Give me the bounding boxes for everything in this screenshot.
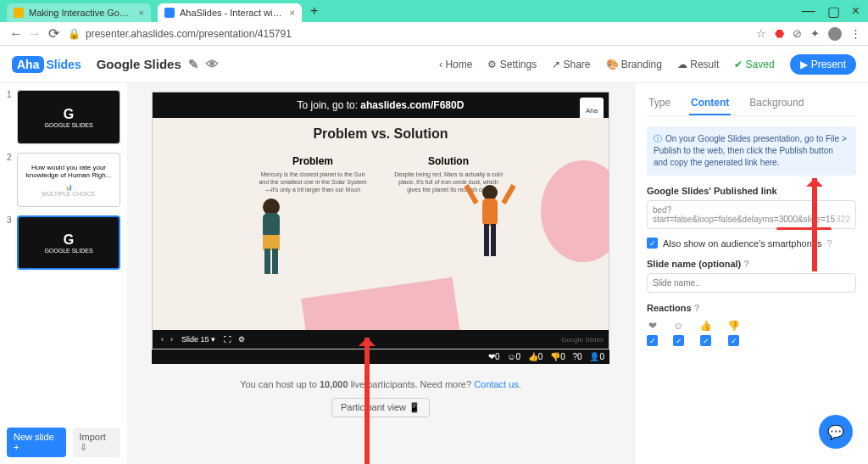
slide-title: Problem vs. Solution [153,126,609,142]
thumbnail-selected[interactable]: 3 G GOOGLE SLIDES [7,215,120,270]
browser-tab-active[interactable]: AhaSlides - Interact with your au × [158,3,302,22]
tab-background[interactable]: Background [748,92,805,115]
also-show-checkbox[interactable]: ✓ [647,238,658,249]
close-icon[interactable]: × [290,8,295,18]
reload-button[interactable]: ⟳ [44,25,63,42]
help-icon[interactable]: ? [826,238,832,249]
browser-tab[interactable]: Making Interactive Google Slides × [7,3,151,22]
extensions-icon[interactable]: ✦ [810,27,820,40]
thumb-caption: GOOGLE SLIDES [44,122,92,128]
next-slide-icon[interactable]: › [170,335,173,344]
thumbnail[interactable]: 2 How would you rate your knowledge of H… [7,153,120,207]
reaction-toggle[interactable]: ✓ [700,335,711,346]
info-callout: ⓘOn your Google Slides presentation, go … [647,126,856,176]
gear-icon[interactable]: ⚙ [238,335,245,344]
new-slide-button[interactable]: New slide + [7,428,66,457]
reaction-bar: ❤ 0 ☺ 0 👍 0 👎 0 ? 0 👤 0 [152,349,609,364]
tab-type[interactable]: Type [647,92,672,115]
back-button[interactable]: ← [7,26,25,42]
nav-branding[interactable]: 🎨 Branding [606,59,662,70]
tab-label: AhaSlides - Interact with your au [180,8,283,18]
lock-icon[interactable]: 🔒 [68,28,81,40]
address-bar: ← → ⟳ 🔒 presenter.ahaslides.com/presenta… [0,22,868,46]
heart-icon: ❤ [648,320,657,332]
reaction-toggle[interactable]: ✓ [647,335,658,346]
logo-text: Slides [46,58,81,71]
logo-mark: Aha [12,56,44,73]
import-button[interactable]: Import ⇩ [73,428,120,457]
svg-rect-6 [482,198,498,226]
reactions-label: Reactions ? [647,303,856,313]
help-icon[interactable]: ? [694,303,700,313]
svg-rect-10 [491,224,496,256]
slide-name-label: Slide name (optional) ? [647,259,856,269]
slide-select[interactable]: Slide 15 ▾ [181,335,215,344]
nav-settings[interactable]: ⚙ Settings [487,59,537,70]
nav-home[interactable]: ‹ Home [439,59,472,70]
host-info: You can host up to 10,000 live participa… [136,379,626,417]
presentation-title[interactable]: Google Slides ✎ 👁 [97,57,219,72]
forward-button[interactable]: → [25,26,44,42]
maximize-icon[interactable]: ▢ [827,3,840,20]
aha-icon [164,8,175,18]
thumb-down-icon: 👎 [727,320,740,332]
menu-icon[interactable]: ⋮ [850,27,861,40]
close-icon[interactable]: × [139,8,144,18]
published-link-input[interactable]: bed?start=false&loop=false&delayms=3000&… [647,200,856,229]
slide-name-input[interactable] [647,273,856,293]
svg-rect-2 [263,235,280,250]
reaction-toggle[interactable]: ✓ [673,335,684,346]
tab-label: Making Interactive Google Slides [29,8,132,18]
svg-rect-1 [263,213,280,238]
fullscreen-icon[interactable]: ⛶ [224,335,231,344]
svg-rect-3 [264,249,270,274]
nav-result[interactable]: ☁ Result [677,59,719,70]
profile-avatar[interactable] [828,27,842,41]
tab-content[interactable]: Content [689,92,731,115]
contact-link[interactable]: Contact us [474,379,519,389]
svg-rect-7 [465,184,479,204]
eye-icon[interactable]: 👁 [206,57,219,71]
close-window-icon[interactable]: × [852,3,860,20]
prev-slide-icon[interactable]: ‹ [161,335,164,344]
g-logo-icon: G [64,107,74,122]
published-link-label: Google Slides' Published link [647,186,856,196]
thumb-number: 3 [7,215,17,270]
thumb-number: 1 [7,90,17,144]
person-illustration [246,194,297,288]
smile-icon: ☺ [673,320,683,332]
slide-canvas: To join, go to: ahaslides.com/F680D AhaS… [127,83,634,464]
edit-icon[interactable]: ✎ [188,57,199,71]
annotation-arrow [812,178,817,271]
saved-status: ✔ Saved [734,59,774,70]
app-header: Aha Slides Google Slides ✎ 👁 ‹ Home ⚙ Se… [0,46,868,83]
thumb-caption: GOOGLE SLIDES [44,248,92,254]
chat-fab[interactable]: 💬 [819,415,853,449]
thumb-caption: MULTIPLE CHOICE [42,191,96,197]
g-logo-icon: G [64,232,74,248]
block-icon[interactable]: ⊘ [793,27,802,40]
help-icon[interactable]: ? [743,259,749,269]
thumb-title: How would you rate your knowledge of Hum… [21,164,116,179]
url-field[interactable]: presenter.ahaslides.com/presentation/415… [86,28,756,40]
slide-controls: ‹ › Slide 15 ▾ ⛶ ⚙ Google Slides [153,330,609,349]
settings-panel: Type Content Background ⓘOn your Google … [634,83,868,464]
join-bar: To join, go to: ahaslides.com/F680D AhaS… [153,92,609,118]
reaction-toggle[interactable]: ✓ [728,335,739,346]
browser-titlebar: Making Interactive Google Slides × AhaSl… [0,0,868,22]
logo[interactable]: Aha Slides [12,56,81,73]
thumbnail[interactable]: 1 G GOOGLE SLIDES [7,90,120,144]
nav-share[interactable]: ↗ Share [552,59,590,70]
also-show-label: Also show on audience's smartphones [663,238,821,249]
participant-view-button[interactable]: Participant view 📱 [331,398,430,417]
minimize-icon[interactable]: — [802,3,815,20]
annotation-arrow [364,338,370,464]
present-button[interactable]: ▶ Present [790,54,856,75]
adblock-icon[interactable]: ⬣ [775,27,784,40]
star-icon[interactable]: ☆ [756,27,766,40]
new-tab-button[interactable]: + [310,3,318,19]
window-controls: — ▢ × [793,3,868,20]
svg-point-5 [482,185,498,200]
svg-rect-8 [501,184,515,204]
slide-preview: To join, go to: ahaslides.com/F680D AhaS… [152,92,609,349]
